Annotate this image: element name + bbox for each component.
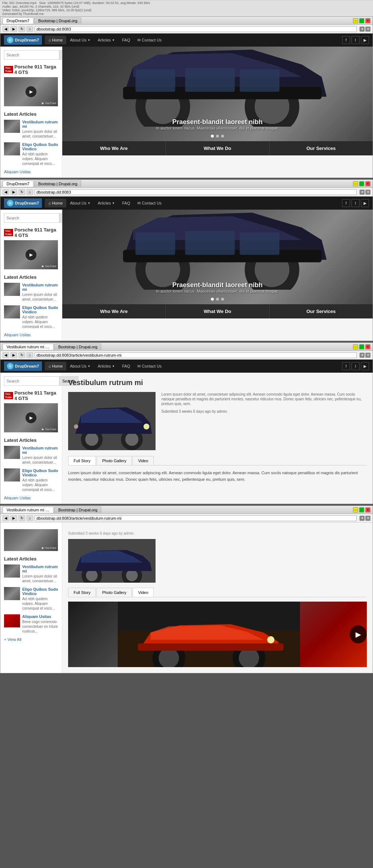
address-input-4[interactable] (35, 515, 357, 521)
nav-faq-1[interactable]: FAQ (118, 36, 134, 44)
close-btn-1[interactable]: ✕ (365, 18, 370, 23)
view-all-link-4[interactable]: + View All (4, 637, 58, 642)
tab-photogallery-4[interactable]: Photo Gallery (97, 588, 132, 597)
feature-item-1-1[interactable]: What We Do (166, 141, 269, 155)
maximize-btn-2[interactable]: □ (359, 181, 364, 186)
close-btn-3[interactable]: ✕ (365, 344, 370, 349)
refresh-btn-4[interactable]: ↻ (19, 515, 25, 521)
bookmark-icon-1[interactable]: ★ (360, 27, 365, 32)
facebook-icon-3[interactable]: f (342, 362, 350, 370)
twitter-icon-3[interactable]: t (352, 362, 360, 370)
article-title-0-1[interactable]: Vestibulum rutrum mi (22, 120, 58, 128)
nav-contactus-1[interactable]: ✉ Contact Us (134, 36, 165, 45)
address-input-3[interactable] (35, 352, 357, 358)
close-btn-2[interactable]: ✕ (365, 181, 370, 186)
minimize-btn-4[interactable]: ─ (353, 507, 358, 512)
aliquam-link-3[interactable]: Aliquam Usitas (4, 496, 58, 500)
home-nav-btn-4[interactable]: ⌂ (27, 515, 33, 521)
youtube-thumb-4[interactable]: ▶ YouTube (4, 529, 58, 551)
youtube-nav-icon-3[interactable]: ▶ (361, 362, 369, 370)
tab-4-bootstrap[interactable]: Bootstrap | Drupal.org (54, 507, 101, 513)
nav-faq-3[interactable]: FAQ (118, 362, 134, 370)
bookmark-icon-4[interactable]: ★ (360, 516, 365, 521)
tab-fullstory-4[interactable]: Full Story (68, 588, 96, 597)
nav-aboutus-1[interactable]: About Us ▼ (66, 36, 94, 44)
refresh-btn-2[interactable]: ↻ (19, 189, 25, 195)
settings-icon-4[interactable]: ⚙ (365, 516, 370, 521)
refresh-btn-1[interactable]: ↻ (19, 26, 25, 32)
address-input-1[interactable] (35, 26, 357, 32)
tab-3-article[interactable]: Vestibulum rutrum mi | D... (3, 344, 54, 350)
tab-video-3[interactable]: Video (133, 456, 154, 465)
address-input-2[interactable] (35, 189, 357, 195)
youtube-thumb-1[interactable]: ▶ ▶ YouTube (4, 77, 58, 106)
dot-3-2[interactable] (221, 298, 224, 301)
tab-1-drupdream[interactable]: DrupDream7 (3, 17, 34, 24)
nav-contactus-2[interactable]: ✉ Contact Us (134, 199, 165, 208)
tab-4-article[interactable]: Vestibulum rutrum mi | D... (3, 507, 54, 513)
nav-aboutus-3[interactable]: About Us ▼ (66, 362, 94, 370)
twitter-icon-1[interactable]: t (352, 36, 360, 44)
tab-2-bootstrap[interactable]: Bootstrap | Drupal.org (34, 181, 81, 187)
play-btn-1[interactable]: ▶ (25, 86, 36, 97)
nav-home-3[interactable]: ⌂ Home (45, 362, 66, 370)
article-title-0-2[interactable]: Vestibulum rutrum mi (22, 283, 58, 292)
youtube-thumb-3[interactable]: ▶ ▶ YouTube (4, 403, 58, 432)
back-btn-1[interactable]: ◀ (3, 26, 9, 32)
feature-item-0-2[interactable]: Who We Are (62, 304, 166, 318)
maximize-btn-4[interactable]: □ (359, 507, 364, 512)
tab-fullstory-3[interactable]: Full Story (68, 456, 96, 465)
tab-3-bootstrap[interactable]: Bootstrap | Drupal.org (54, 344, 101, 350)
forward-btn-3[interactable]: ▶ (11, 352, 17, 358)
tab-1-bootstrap[interactable]: Bootstrap | Drupal.org (34, 17, 81, 24)
settings-icon-2[interactable]: ⚙ (365, 190, 370, 195)
feature-item-2-1[interactable]: Our Services (270, 141, 373, 155)
close-btn-4[interactable]: ✕ (365, 507, 370, 512)
back-btn-2[interactable]: ◀ (3, 189, 9, 195)
nav-faq-2[interactable]: FAQ (118, 199, 134, 207)
nav-contactus-3[interactable]: ✉ Contact Us (134, 362, 165, 371)
article-title-1-2[interactable]: Eligo Quibus Sudo Vindico (22, 305, 58, 314)
settings-icon-3[interactable]: ⚙ (365, 353, 370, 358)
forward-btn-4[interactable]: ▶ (11, 515, 17, 521)
minimize-btn-3[interactable]: ─ (353, 344, 358, 349)
minimize-btn-1[interactable]: ─ (353, 18, 358, 23)
nav-home-1[interactable]: ⌂ Home (45, 36, 66, 44)
article-title-0-4[interactable]: Vestibulum rutrum mi (22, 564, 58, 573)
play-btn-3[interactable]: ▶ (25, 412, 36, 423)
home-nav-btn-3[interactable]: ⌂ (27, 352, 33, 358)
nav-articles-1[interactable]: Articles ▼ (94, 36, 118, 44)
dot-2-1[interactable] (216, 135, 219, 138)
bookmark-icon-2[interactable]: ★ (360, 190, 365, 195)
video-play-btn-4[interactable]: ▶ (350, 625, 367, 643)
maximize-btn-1[interactable]: □ (359, 18, 364, 23)
back-btn-4[interactable]: ◀ (3, 515, 9, 521)
article-title-2-4[interactable]: Aliquam Usitas (22, 614, 58, 619)
facebook-icon-1[interactable]: f (342, 36, 350, 44)
feature-item-0-1[interactable]: Who We Are (62, 141, 166, 155)
dot-1-2[interactable] (211, 298, 214, 301)
nav-home-2[interactable]: ⌂ Home (45, 199, 66, 207)
video-thumb-4[interactable]: ▶ (68, 602, 367, 667)
nav-aboutus-2[interactable]: About Us ▼ (66, 199, 94, 207)
search-input-3[interactable] (4, 376, 59, 386)
settings-icon-1[interactable]: ⚙ (365, 27, 370, 32)
nav-articles-2[interactable]: Articles ▼ (94, 199, 118, 207)
drupal-logo-1[interactable]: D DrupDream7 (4, 35, 42, 45)
twitter-icon-2[interactable]: t (352, 199, 360, 207)
minimize-btn-2[interactable]: ─ (353, 181, 358, 186)
youtube-thumb-2[interactable]: ▶ ▶ YouTube (4, 240, 58, 269)
forward-btn-2[interactable]: ▶ (11, 189, 17, 195)
play-btn-2[interactable]: ▶ (25, 249, 36, 260)
article-title-1-3[interactable]: Eligo Quibus Sudo Vindico (22, 468, 58, 477)
aliquam-link-2[interactable]: Aliquam Usitas (4, 333, 58, 337)
tab-photogallery-3[interactable]: Photo Gallery (97, 456, 132, 465)
aliquam-link-1[interactable]: Aliquam Usitas (4, 170, 58, 174)
youtube-nav-icon-1[interactable]: ▶ (361, 36, 369, 44)
dot-1-1[interactable] (211, 135, 214, 138)
tab-2-drupdream[interactable]: DrupDream7 (3, 181, 34, 187)
forward-btn-1[interactable]: ▶ (11, 26, 17, 32)
search-input-2[interactable] (4, 213, 59, 223)
article-title-0-3[interactable]: Vestibulum rutrum mi (22, 446, 58, 455)
tab-video-4[interactable]: Video (133, 588, 154, 597)
